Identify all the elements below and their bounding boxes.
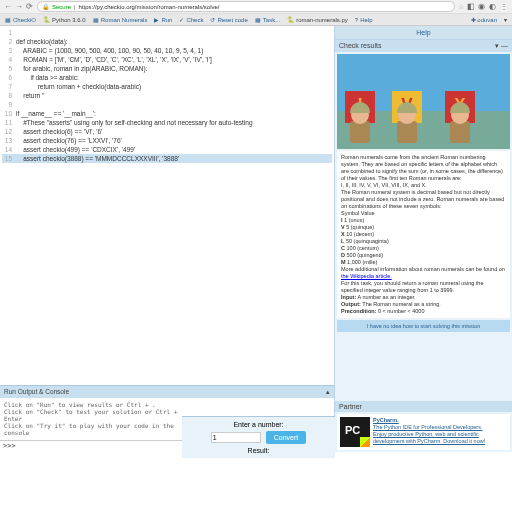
check-results-header[interactable]: Check results▾ — — [335, 40, 512, 52]
collapse-icon[interactable]: ▴ — [326, 388, 330, 396]
checkio-link[interactable]: ▦ CheckiO — [2, 15, 39, 24]
extension-icon[interactable]: ◐ — [489, 3, 497, 11]
user-menu[interactable]: ✚ oduvan — [468, 15, 500, 24]
secure-label: Secure — [52, 4, 71, 10]
mission-illustration: I V X — [337, 54, 510, 149]
forward-button[interactable]: → — [15, 3, 23, 11]
reload-button[interactable]: ⟳ — [26, 3, 34, 11]
task-button[interactable]: ▦ Task... — [252, 15, 283, 24]
check-button[interactable]: ✓ Check — [176, 15, 206, 24]
help-toggle[interactable]: Help — [335, 26, 512, 40]
wikipedia-link[interactable]: the Wikipedia article. — [341, 273, 392, 279]
convert-label: Enter a number: — [186, 421, 331, 428]
code-editor[interactable]: 12def checkio(data):3 ARABIC = (1000, 90… — [0, 26, 334, 385]
convert-button[interactable]: Convert — [266, 431, 307, 444]
help-button[interactable]: ? Help — [352, 16, 376, 24]
url-bar[interactable]: 🔒 Secure | https://py.checkio.org/missio… — [37, 1, 455, 12]
python-version[interactable]: 🐍 Python 3.6.0 — [40, 15, 89, 24]
back-button[interactable]: ← — [4, 3, 12, 11]
partner-header: Partner — [335, 401, 512, 412]
result-label: Result: — [186, 447, 331, 454]
url-text: https://py.checkio.org/mission/roman-num… — [79, 4, 220, 10]
mission-name[interactable]: ▦ Roman Numerals — [90, 15, 151, 24]
lock-icon: 🔒 — [42, 3, 49, 10]
convert-panel: Enter a number: Convert Result: — [182, 416, 335, 458]
filename[interactable]: 🐍 roman-numerals.py — [284, 15, 351, 24]
app-menu-bar: ▦ CheckiO 🐍 Python 3.6.0 ▦ Roman Numeral… — [0, 14, 512, 26]
menu-icon[interactable]: ⋮ — [500, 3, 508, 11]
run-button[interactable]: ▶ Run — [151, 15, 175, 24]
mission-description: Roman numerals come from the ancient Rom… — [337, 151, 510, 318]
collapse-icon[interactable]: ▾ — — [495, 42, 508, 50]
pycharm-logo — [340, 417, 370, 447]
no-idea-button[interactable]: I have no idea how to start solving this… — [337, 320, 510, 332]
collapse-icon[interactable]: ▾ — [501, 15, 510, 24]
extension-icon[interactable]: ◧ — [467, 3, 475, 11]
reset-button[interactable]: ↺ Reset code — [207, 15, 250, 24]
bookmark-star-icon[interactable]: ☆ — [458, 3, 464, 11]
number-input[interactable] — [211, 432, 261, 443]
partner-ad[interactable]: PyCharm. The Python IDE for Professional… — [337, 414, 510, 450]
output-header[interactable]: Run Output & Console▴ — [0, 386, 334, 398]
browser-chrome-bar: ← → ⟳ 🔒 Secure | https://py.checkio.org/… — [0, 0, 512, 14]
extension-icon[interactable]: ◉ — [478, 3, 486, 11]
